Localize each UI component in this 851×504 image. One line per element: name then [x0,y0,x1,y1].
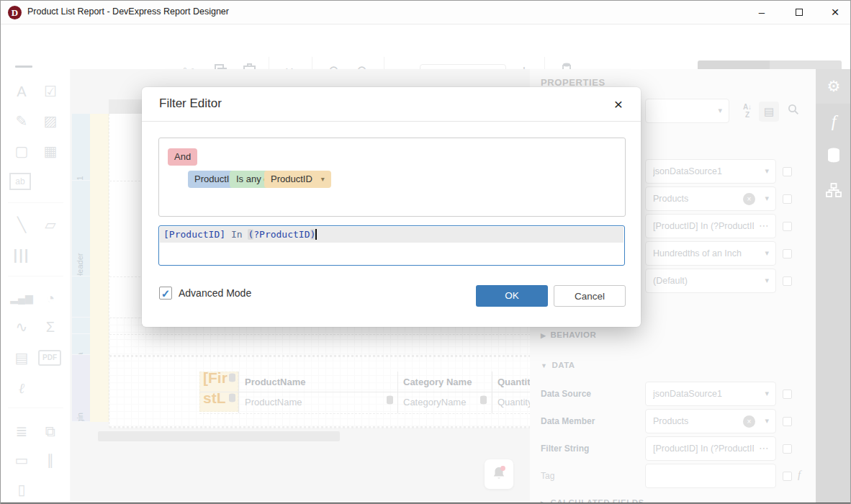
dialog-title: Filter Editor [159,96,222,111]
filter-editor-dialog: Filter Editor × And ProductID Is any of … [142,87,641,327]
cancel-button[interactable]: Cancel [554,285,626,307]
devexpress-logo-icon: D [8,6,22,19]
window-title: Product List Report - DevExpress Report … [27,6,229,17]
close-window-button[interactable]: × [819,1,851,24]
minimize-button[interactable]: – [745,1,778,24]
title-bar: D Product List Report - DevExpress Repor… [1,1,851,24]
ok-button[interactable]: OK [476,285,548,307]
maximize-icon [796,9,803,16]
check-icon: ✓ [161,287,171,300]
expression-text: [ProductID] In (?ProductID) [160,227,623,243]
app-window: D Product List Report - DevExpress Repor… [0,0,851,504]
dialog-header: Filter Editor × [142,87,641,122]
value-token[interactable]: ProductID ▾ [264,171,331,188]
filter-expression-editor[interactable]: [ProductID] In (?ProductID) [158,225,625,266]
maximize-button[interactable] [783,1,816,24]
group-operator-token[interactable]: And [168,148,197,166]
advanced-mode-checkbox[interactable]: ✓ [159,287,172,300]
close-icon[interactable]: × [608,94,629,114]
text-cursor [315,229,317,240]
advanced-mode-label: Advanced Mode [179,287,251,299]
filter-condition-panel[interactable]: And ProductID Is any of ProductID ▾ [158,138,626,217]
chevron-down-icon[interactable]: ▾ [321,171,325,188]
